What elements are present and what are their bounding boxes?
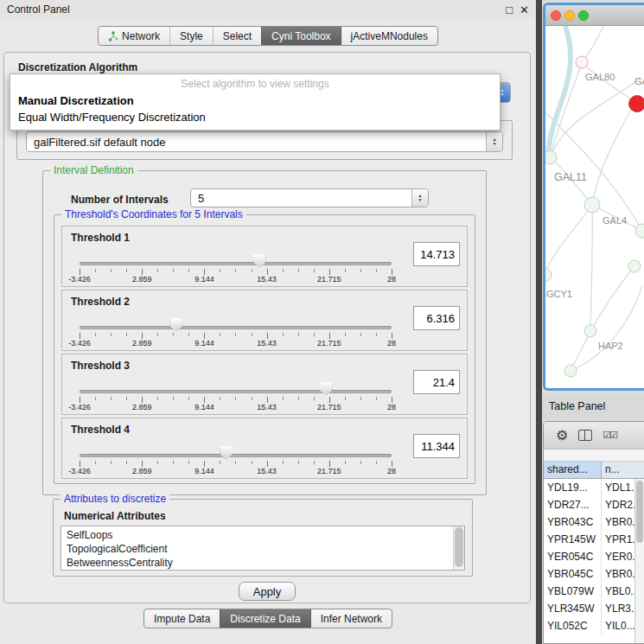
node[interactable] <box>628 260 641 272</box>
node-label: GAL80 <box>585 72 615 82</box>
threshold-4-slider[interactable]: -3.426 2.859 9.144 15.43 21.715 28 <box>80 437 392 477</box>
table-row[interactable]: YBR045C YBR0... <box>544 565 644 583</box>
list-item[interactable]: TopologicalCoefficient <box>67 542 449 556</box>
slider-ticks-major <box>80 333 393 339</box>
number-of-intervals-combobox[interactable]: 5 ▲▼ <box>190 188 429 207</box>
slider-tick-labels: -3.426 2.859 9.144 15.43 21.715 28 <box>80 467 392 477</box>
table-toolbar: ⚙ ☑☑ <box>544 422 644 450</box>
node-label: GAL4 <box>603 215 627 226</box>
column-header-name[interactable]: n... <box>602 462 644 478</box>
close-button[interactable] <box>551 10 561 21</box>
table-row[interactable]: YBR043C YBR0... <box>544 513 644 531</box>
threshold-label: Threshold 1 <box>71 232 130 244</box>
network-window-titlebar[interactable] <box>545 5 644 26</box>
tab-label: Infer Network <box>321 613 382 625</box>
node[interactable] <box>635 224 644 238</box>
slider-thumb[interactable] <box>220 446 233 460</box>
table-row[interactable]: YLR345W YLR3... <box>544 600 644 617</box>
node[interactable] <box>564 365 577 377</box>
threshold-2-value-field[interactable]: 6.316 <box>413 306 460 330</box>
tab-label: jActiveMNodules <box>351 30 428 42</box>
tab-style[interactable]: Style <box>169 27 213 45</box>
table-row[interactable]: YDR27... YDR2... <box>544 496 644 513</box>
numerical-attributes-list[interactable]: SelfLoops TopologicalCoefficient Between… <box>61 526 465 571</box>
table-scrollbar[interactable] <box>634 479 644 643</box>
slider-thumb[interactable] <box>169 318 182 332</box>
slider-thumb[interactable] <box>253 254 266 268</box>
list-scrollbar[interactable] <box>453 526 464 570</box>
panel-splitter[interactable] <box>536 0 542 644</box>
table-cell: YER054C <box>544 548 602 565</box>
tab-label: Select <box>223 30 252 42</box>
threshold-3-slider[interactable]: -3.426 2.859 9.144 15.43 21.715 28 <box>80 373 392 413</box>
node[interactable] <box>584 325 596 337</box>
slider-tick-labels: -3.426 2.859 9.144 15.43 21.715 28 <box>80 339 392 349</box>
list-item[interactable]: SelfLoops <box>67 528 449 542</box>
close-panel-icon[interactable]: ✕ <box>520 4 529 16</box>
tab-network[interactable]: Network <box>99 27 169 45</box>
tab-jactivemnodules[interactable]: jActiveMNodules <box>341 27 437 45</box>
scrollbar-thumb[interactable] <box>455 527 463 567</box>
threshold-4-panel: Threshold 4 -3.426 2.859 9.144 15.43 <box>61 418 468 479</box>
combobox-stepper-icon[interactable]: ▲▼ <box>411 189 428 207</box>
node[interactable] <box>545 150 557 164</box>
float-window-icon[interactable]: □ <box>506 4 513 16</box>
minimize-button[interactable] <box>564 10 575 21</box>
algorithm-option-manual[interactable]: Manual Discretization <box>10 92 500 109</box>
slider-track[interactable] <box>80 326 392 329</box>
node[interactable] <box>545 268 552 282</box>
scrollbar-thumb[interactable] <box>636 481 643 543</box>
threshold-1-slider[interactable]: -3.426 2.859 9.144 15.43 21.715 28 <box>80 245 392 285</box>
threshold-2-slider[interactable]: -3.426 2.859 9.144 15.43 21.715 28 <box>80 309 392 349</box>
node-label: GA <box>634 76 644 86</box>
table-cell: YDL19... <box>544 479 602 496</box>
combobox-stepper-icon[interactable]: ▲▼ <box>486 132 502 151</box>
thick-edge <box>549 26 571 156</box>
threshold-4-value-field[interactable]: 11.344 <box>413 434 460 458</box>
cyni-mode-tabs: Impute Data Discretize Data Infer Networ… <box>143 609 392 628</box>
apply-button[interactable]: Apply <box>239 582 296 601</box>
number-of-intervals-label: Number of Intervals <box>71 194 169 206</box>
tab-select[interactable]: Select <box>213 27 261 45</box>
tab-impute-data[interactable]: Impute Data <box>144 609 220 628</box>
network-graph: GAL80 GAL11 GAL4 GCY1 HAP2 GA <box>545 26 644 388</box>
threshold-1-panel: Threshold 1 -3.426 2.859 9.144 15.43 <box>61 226 468 287</box>
table-row[interactable]: YIL052C YIL0... <box>544 617 644 634</box>
node-label: GCY1 <box>546 289 572 299</box>
selected-node[interactable] <box>629 96 644 112</box>
slider-thumb[interactable] <box>320 382 333 396</box>
node[interactable] <box>576 56 588 68</box>
table-panel-window: ⚙ ☑☑ shared... n... YDL19... YDL1... YDR… <box>543 421 644 644</box>
zoom-button[interactable] <box>578 10 589 21</box>
table-cell: YLR345W <box>544 600 602 617</box>
table-row[interactable]: YPR145W YPR1... <box>544 531 644 548</box>
threshold-label: Threshold 3 <box>71 360 130 372</box>
tab-infer-network[interactable]: Infer Network <box>310 609 392 628</box>
list-item[interactable]: BetweennessCentrality <box>67 556 449 570</box>
table-cell: YIL052C <box>544 617 602 634</box>
table-row[interactable]: YBL079W YBL0... <box>544 583 644 600</box>
column-header-shared-name[interactable]: shared... <box>544 462 602 478</box>
table-cell: YPR145W <box>544 531 602 548</box>
checkbox-select-icons[interactable]: ☑☑ <box>603 430 616 441</box>
slider-track[interactable] <box>80 454 392 457</box>
table-panel-header: Table Panel <box>542 394 644 418</box>
threshold-1-value-field[interactable]: 14.713 <box>413 242 460 266</box>
thresholds-group: Threshold's Coordinates for 5 Intervals … <box>54 214 475 484</box>
gear-icon[interactable]: ⚙ <box>556 429 568 443</box>
columns-icon[interactable] <box>578 430 592 441</box>
algorithm-option-equal-width[interactable]: Equal Width/Frequency Discretization <box>10 109 500 125</box>
threshold-3-value-field[interactable]: 21.4 <box>413 370 460 394</box>
node[interactable] <box>584 197 600 213</box>
tab-discretize-data[interactable]: Discretize Data <box>220 609 309 628</box>
table-row[interactable]: YER054C YER0... <box>544 548 644 565</box>
cyni-toolbox-panel: Discretization Algorithm ▲▼ Select algor… <box>3 52 531 603</box>
slider-track[interactable] <box>80 262 392 265</box>
threshold-label: Threshold 2 <box>71 296 130 308</box>
table-row[interactable]: YDL19... YDL1... <box>544 479 644 496</box>
slider-track[interactable] <box>80 390 392 393</box>
tab-cyni-toolbox[interactable]: Cyni Toolbox <box>261 27 340 45</box>
threshold-label: Threshold 4 <box>71 424 130 436</box>
network-canvas[interactable]: GAL80 GAL11 GAL4 GCY1 HAP2 GA <box>545 26 644 388</box>
table-data-combobox[interactable]: galFiltered.sif default node ▲▼ <box>26 131 503 152</box>
